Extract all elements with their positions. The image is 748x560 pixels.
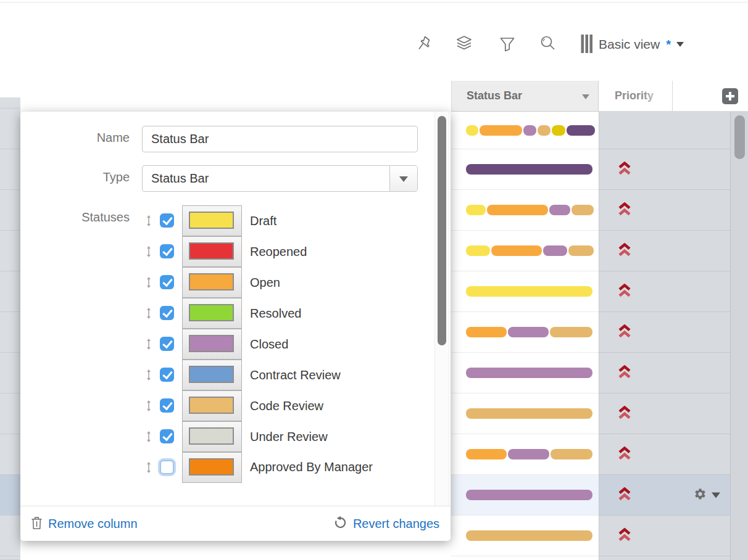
grid-scrollbar-track[interactable]	[730, 112, 748, 560]
column-header-status-bar[interactable]: Status Bar	[451, 81, 599, 112]
status-checkbox[interactable]	[160, 244, 174, 258]
status-bar	[466, 205, 594, 215]
remove-column-button[interactable]: Remove column	[31, 506, 138, 541]
drag-handle-icon[interactable]	[146, 308, 152, 321]
status-bar-cell	[451, 149, 599, 190]
status-color-swatch[interactable]	[182, 205, 242, 236]
priority-cell	[599, 112, 730, 149]
issue-row[interactable]	[451, 149, 730, 190]
view-selector[interactable]: Basic view*	[581, 34, 684, 55]
drag-handle-icon[interactable]	[146, 400, 152, 414]
issue-row[interactable]	[451, 231, 730, 271]
status-bar-cell	[451, 475, 599, 516]
filter-button[interactable]	[497, 35, 518, 56]
drag-handle-icon[interactable]	[146, 246, 152, 260]
drag-handle-icon[interactable]	[146, 462, 152, 476]
panel-scrollbar-thumb[interactable]	[438, 116, 446, 345]
status-name-label: Reopened	[250, 236, 307, 267]
drag-handle-icon[interactable]	[146, 277, 152, 290]
status-bar-segment	[466, 286, 592, 297]
top-divider	[0, 2, 748, 2]
status-color-fill	[189, 335, 234, 352]
status-bar	[466, 408, 592, 419]
status-bar	[466, 449, 592, 459]
search-icon	[539, 35, 557, 54]
issue-row[interactable]	[451, 393, 730, 434]
status-checkbox[interactable]	[160, 275, 174, 289]
status-bar	[466, 490, 592, 500]
status-color-swatch[interactable]	[182, 236, 242, 267]
priority-cell	[599, 393, 730, 434]
column-type-select[interactable]: Status Bar	[142, 165, 418, 192]
status-bar-cell	[451, 312, 599, 353]
status-color-swatch[interactable]	[182, 390, 242, 421]
issue-row[interactable]	[451, 271, 730, 312]
dimmed-row	[0, 312, 20, 353]
panel-scrollbar-track[interactable]	[434, 112, 449, 506]
drag-handle-icon[interactable]	[146, 215, 152, 229]
issue-row[interactable]	[451, 434, 730, 475]
issue-row[interactable]	[451, 112, 730, 149]
drag-handle-icon[interactable]	[146, 339, 152, 352]
priority-cell	[599, 312, 730, 353]
status-name-label: Approved By Manager	[213, 455, 426, 479]
grid-scrollbar-thumb[interactable]	[734, 115, 745, 159]
status-bar-cell	[451, 231, 599, 271]
status-checkbox[interactable]	[160, 337, 174, 351]
issue-row[interactable]	[451, 475, 730, 516]
issue-row[interactable]	[451, 516, 730, 556]
status-checkbox[interactable]	[160, 460, 174, 474]
status-color-swatch[interactable]	[182, 421, 242, 452]
layers-button[interactable]	[454, 33, 475, 54]
add-column-button[interactable]	[722, 88, 738, 104]
remove-column-label: Remove column	[48, 517, 138, 531]
issue-row[interactable]	[451, 312, 730, 353]
type-select-dropdown-button[interactable]	[389, 166, 417, 191]
priority-highest-icon	[618, 365, 631, 381]
statuses-list: DraftReopenedOpenResolvedClosedContract …	[20, 205, 428, 483]
status-bar	[466, 286, 592, 297]
pin-button[interactable]	[413, 33, 434, 54]
dimmed-table-edge	[0, 97, 20, 560]
status-bar-column-title: Status Bar	[467, 89, 522, 102]
status-color-swatch[interactable]	[182, 298, 242, 329]
status-checkbox[interactable]	[160, 368, 174, 382]
status-color-swatch[interactable]	[182, 267, 242, 298]
status-color-swatch[interactable]	[182, 329, 242, 360]
status-bar-segment	[466, 327, 507, 337]
status-row: Open	[20, 267, 428, 298]
issue-row[interactable]	[451, 353, 730, 393]
status-bar-segment	[568, 245, 594, 256]
priority-cell	[599, 149, 730, 190]
status-bar-segment	[552, 125, 565, 136]
dimmed-row	[0, 353, 20, 393]
status-bar	[466, 368, 592, 378]
status-name-label: Resolved	[250, 298, 301, 329]
drag-handle-icon[interactable]	[146, 431, 152, 445]
search-button[interactable]	[538, 33, 559, 54]
status-color-swatch[interactable]	[182, 360, 242, 390]
columns-icon	[581, 35, 593, 55]
dimmed-row	[0, 109, 20, 149]
status-bar-segment	[466, 205, 486, 215]
status-checkbox[interactable]	[160, 306, 174, 320]
column-header-priority[interactable]: Priority	[599, 81, 673, 112]
priority-highest-icon	[618, 162, 631, 178]
revert-changes-button[interactable]: Revert changes	[333, 506, 439, 541]
status-checkbox[interactable]	[160, 213, 174, 228]
priority-highest-icon	[618, 406, 631, 422]
status-checkbox[interactable]	[160, 398, 174, 413]
column-config-panel: Name Type Status Bar Statuses DraftReope…	[20, 112, 451, 541]
column-name-input[interactable]	[142, 126, 418, 152]
drag-handle-icon[interactable]	[146, 369, 152, 383]
status-bar-cell	[451, 516, 599, 556]
status-checkbox[interactable]	[160, 429, 174, 443]
priority-cell	[599, 434, 730, 475]
issue-row[interactable]	[451, 190, 730, 231]
filter-icon	[499, 36, 515, 54]
type-field-label: Type	[39, 170, 130, 184]
row-settings-button[interactable]	[694, 487, 720, 503]
header-fade-overlay	[643, 81, 671, 111]
status-bar-segment	[491, 245, 542, 256]
priority-highest-icon	[618, 202, 631, 218]
